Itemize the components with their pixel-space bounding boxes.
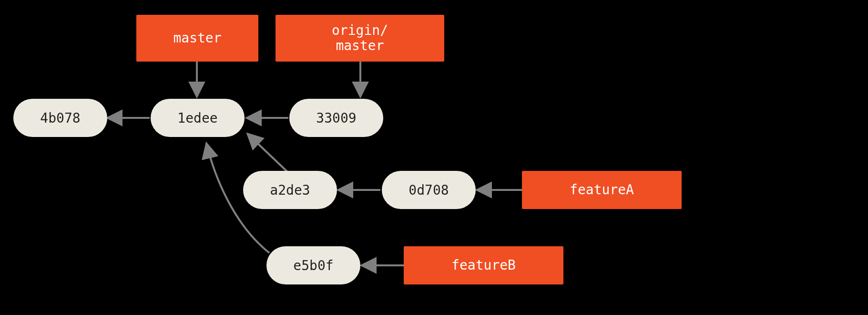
branch-master: master: [136, 15, 258, 62]
branch-label: master: [173, 31, 221, 46]
commit-hash: 1edee: [177, 110, 217, 126]
branch-label: featureB: [451, 258, 516, 273]
edge-a2de3-to-1edee: [247, 134, 287, 172]
commit-hash: a2de3: [270, 182, 310, 198]
commit-hash: 4b078: [40, 110, 80, 126]
branch-featureA: featureA: [522, 171, 682, 209]
branch-featureB: featureB: [404, 246, 563, 284]
branch-label: origin/ master: [332, 23, 388, 53]
commit-4b078: 4b078: [13, 99, 107, 137]
commit-1edee: 1edee: [151, 99, 245, 137]
branch-label: featureA: [570, 182, 634, 198]
commit-hash: e5b0f: [293, 258, 333, 273]
branch-origin-master: origin/ master: [276, 15, 444, 62]
commit-hash: 0d708: [408, 182, 449, 198]
git-graph-diagram: master origin/ master featureA featureB …: [0, 0, 868, 315]
commit-33009: 33009: [289, 99, 383, 137]
commit-0d708: 0d708: [382, 171, 476, 209]
commit-e5b0f: e5b0f: [266, 246, 360, 284]
commit-hash: 33009: [316, 110, 356, 126]
commit-a2de3: a2de3: [243, 171, 337, 209]
